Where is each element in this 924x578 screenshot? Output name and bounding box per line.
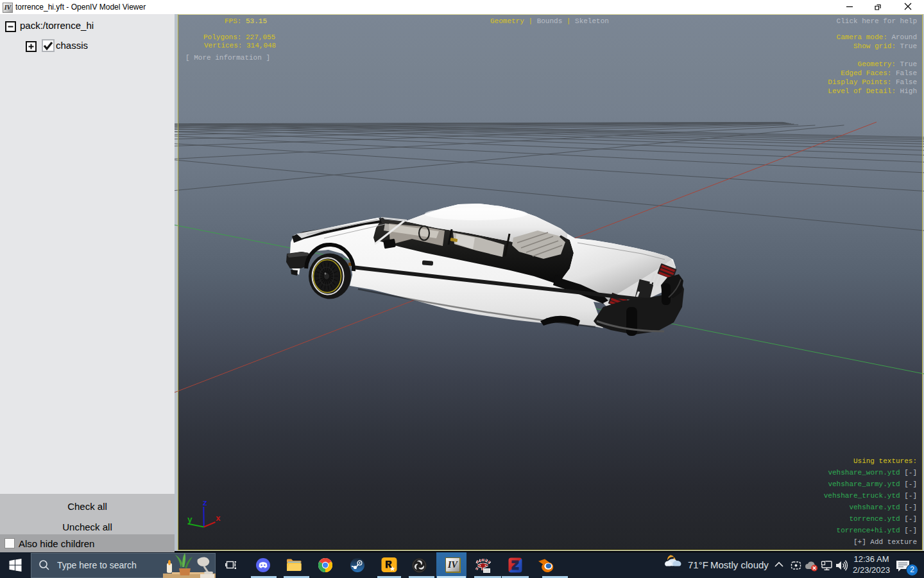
svg-text:z: z: [203, 498, 208, 508]
svg-text:x: x: [216, 514, 221, 523]
svg-text:y: y: [187, 515, 193, 525]
